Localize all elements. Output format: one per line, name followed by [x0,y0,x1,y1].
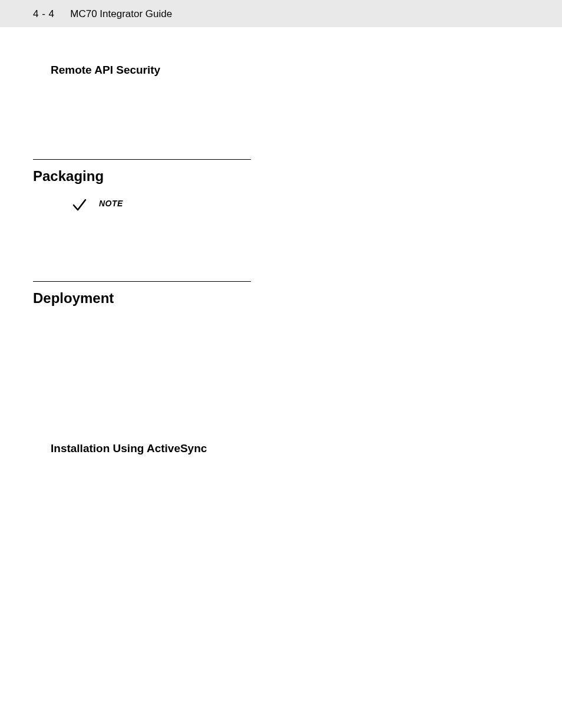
heading-packaging: Packaging [33,168,529,185]
note-callout: NOTE [72,197,529,215]
checkmark-icon [72,197,87,215]
heading-remote-api-security: Remote API Security [51,64,529,77]
section-divider [33,159,251,160]
page-header: 4 - 4 MC70 Integrator Guide [0,0,562,27]
note-label: NOTE [99,199,123,208]
section-divider [33,281,251,282]
document-title: MC70 Integrator Guide [70,8,172,19]
heading-deployment: Deployment [33,290,529,307]
page-content: Remote API Security Packaging NOTE Deplo… [0,64,562,455]
heading-installation-activesync: Installation Using ActiveSync [51,442,529,455]
page-number: 4 - 4 [33,8,55,19]
